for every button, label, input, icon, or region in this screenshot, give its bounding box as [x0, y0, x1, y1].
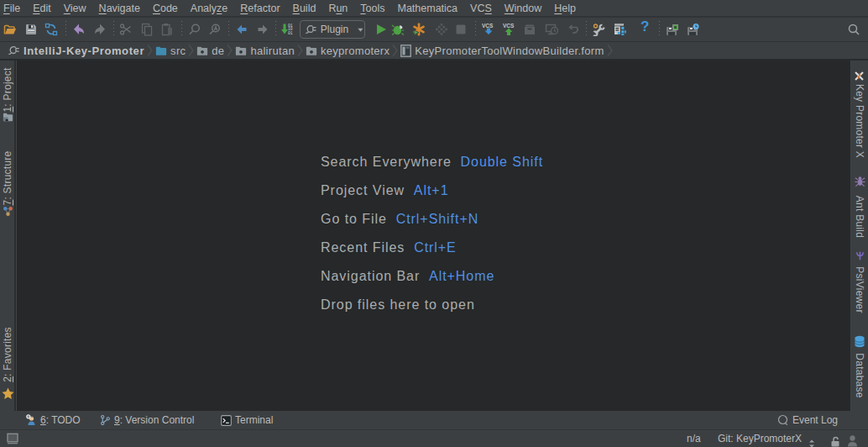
- svg-text:01: 01: [288, 31, 293, 35]
- svg-text:VCS: VCS: [503, 23, 515, 29]
- svg-text:VCS: VCS: [482, 23, 494, 29]
